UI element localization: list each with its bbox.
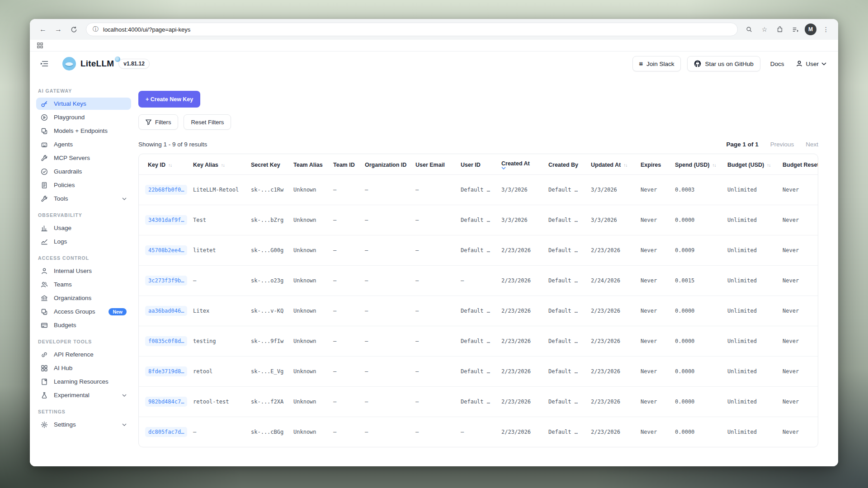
table-row[interactable]: 34301daf9f…Testsk-...bZrgUnknown–––Defau… [139, 205, 818, 235]
column-header-budget-usd[interactable]: Budget (USD)↑↓ [724, 154, 779, 175]
sort-icon[interactable]: ↑↓ [221, 163, 225, 168]
table-cell: – [330, 417, 361, 447]
app-header: LiteLLM v1.81.12 ⌗ Join Slack Star us on… [30, 52, 838, 76]
table-cell: 2/23/2026 [498, 266, 545, 296]
sidebar-item-policies[interactable]: Policies [36, 179, 131, 191]
join-slack-button[interactable]: ⌗ Join Slack [632, 56, 681, 71]
key-id-cell[interactable]: dc805fac7d… [139, 417, 189, 447]
sidebar-item-access-groups[interactable]: Access GroupsNew [36, 305, 131, 318]
table-row[interactable]: 22b68fb0f0…LiteLLM-Retoolsk-...c1RwUnkno… [139, 175, 818, 205]
sidebar-item-logs[interactable]: Logs [36, 235, 131, 248]
key-id-cell[interactable]: f0835c0f8d… [139, 326, 189, 357]
sidebar-item-settings[interactable]: Settings [36, 418, 131, 431]
column-header-spend-usd[interactable]: Spend (USD)↑↓ [671, 154, 724, 175]
sidebar-item-learning-resources[interactable]: Learning Resources [36, 375, 131, 388]
key-id-link[interactable]: 34301daf9f… [145, 215, 187, 225]
sidebar-item-organizations[interactable]: Organizations [36, 292, 131, 304]
table-cell: Never [637, 175, 671, 205]
sort-icon[interactable]: ↑↓ [168, 163, 172, 168]
key-id-link[interactable]: 22b68fb0f0… [145, 185, 187, 195]
sidebar-item-guardrails[interactable]: Guardrails [36, 165, 131, 178]
forward-icon[interactable]: → [52, 23, 65, 36]
sort-icon[interactable]: ↑↓ [767, 163, 770, 168]
table-cell: Default … [457, 326, 498, 357]
sidebar-item-ai-hub[interactable]: AI Hub [36, 362, 131, 374]
table-row[interactable]: aa36bad046…Litexsk-...v-KQUnknown–––Defa… [139, 296, 818, 326]
column-header-team-id: Team ID [330, 154, 361, 175]
table-row[interactable]: 45708b2ee4…litetetsk-...G00gUnknown–––De… [139, 235, 818, 266]
create-new-key-button[interactable]: + Create New Key [138, 91, 200, 108]
sort-icon[interactable]: ↑↓ [712, 163, 716, 168]
sidebar-toggle-icon[interactable] [38, 57, 51, 70]
key-id-link[interactable]: 8fde3719d8… [145, 366, 187, 376]
profile-avatar[interactable]: M [805, 23, 816, 35]
key-id-cell[interactable]: 982bd484c7… [139, 387, 189, 417]
key-id-link[interactable]: 45708b2ee4… [145, 245, 187, 255]
key-id-link[interactable]: 3c273f3f9b… [145, 276, 187, 286]
docs-link[interactable]: Docs [770, 61, 784, 67]
column-header-secret-key: Secret Key [247, 154, 290, 175]
address-bar[interactable]: ⓘ localhost:4000/ui/?page=api-keys [86, 23, 738, 36]
sidebar-item-teams[interactable]: Teams [36, 278, 131, 291]
table-row[interactable]: 3c273f3f9b…–sk-...o23gUnknown––––2/23/20… [139, 266, 818, 296]
table-cell: sk-...v-KQ [247, 296, 290, 326]
column-header-key-id[interactable]: Key ID↑↓ [139, 154, 189, 175]
reading-list-icon[interactable] [789, 23, 801, 35]
reset-filters-button[interactable]: Reset Filters [184, 114, 231, 130]
column-header-key-alias[interactable]: Key Alias↑↓ [189, 154, 247, 175]
next-page-button[interactable]: Next [806, 141, 818, 148]
apps-grid-icon[interactable] [37, 42, 43, 48]
bookmark-star-icon[interactable]: ☆ [759, 23, 770, 35]
key-id-cell[interactable]: 45708b2ee4… [139, 235, 189, 266]
table-cell: 0.0009 [671, 235, 724, 266]
sidebar-item-api-reference[interactable]: API Reference [36, 348, 131, 361]
key-id-cell[interactable]: 34301daf9f… [139, 205, 189, 235]
star-github-button[interactable]: Star us on GitHub [687, 56, 760, 71]
sidebar-item-internal-users[interactable]: Internal Users [36, 265, 131, 277]
zoom-icon[interactable] [743, 23, 755, 35]
sidebar-item-experimental[interactable]: Experimental [36, 389, 131, 401]
reload-icon[interactable] [67, 23, 80, 36]
table-cell: 2/23/2026 [498, 235, 545, 266]
key-id-cell[interactable]: aa36bad046… [139, 296, 189, 326]
sort-icon[interactable]: ↑↓ [623, 163, 627, 168]
table-row[interactable]: 982bd484c7…retool-testsk-...f2XAUnknown–… [139, 387, 818, 417]
key-id-link[interactable]: dc805fac7d… [145, 427, 187, 437]
filter-row: Filters Reset Filters [138, 114, 818, 130]
key-id-link[interactable]: f0835c0f8d… [145, 336, 187, 346]
table-cell: – [361, 266, 412, 296]
bank-icon [41, 295, 48, 302]
extensions-icon[interactable] [774, 23, 786, 35]
sidebar-item-models-endpoints[interactable]: Models + Endpoints [36, 125, 131, 137]
user-menu[interactable]: User [796, 60, 826, 67]
table-cell: 2/23/2026 [587, 235, 637, 266]
sidebar-item-budgets[interactable]: Budgets [36, 319, 131, 331]
key-id-cell[interactable]: 8fde3719d8… [139, 357, 189, 387]
key-id-link[interactable]: aa36bad046… [145, 306, 187, 316]
person-icon [41, 267, 48, 275]
key-id-cell[interactable]: 22b68fb0f0… [139, 175, 189, 205]
browser-actions: ☆ M ⋮ [743, 23, 832, 35]
sidebar-item-agents[interactable]: Agents [36, 138, 131, 150]
sort-desc-icon[interactable] [501, 167, 541, 169]
column-header-updated-at[interactable]: Updated At↑↓ [587, 154, 637, 175]
sidebar-item-mcp-servers[interactable]: MCP Servers [36, 152, 131, 164]
table-cell: Default … [457, 296, 498, 326]
site-info-icon[interactable]: ⓘ [93, 25, 99, 33]
previous-page-button[interactable]: Previous [770, 141, 794, 148]
table-cell: Default … [545, 175, 587, 205]
menu-dots-icon[interactable]: ⋮ [820, 23, 832, 35]
table-row[interactable]: f0835c0f8d…testingsk-...9fIwUnknown–––De… [139, 326, 818, 357]
sidebar-item-tools[interactable]: Tools [36, 192, 131, 205]
table-row[interactable]: dc805fac7d…–sk-...cBGgUnknown––––2/23/20… [139, 417, 818, 447]
sidebar-item-usage[interactable]: Usage [36, 222, 131, 234]
sidebar-item-virtual-keys[interactable]: Virtual Keys [36, 98, 131, 110]
column-header-created-at[interactable]: Created At [498, 154, 545, 175]
back-icon[interactable]: ← [36, 23, 50, 36]
filters-button[interactable]: Filters [138, 114, 178, 130]
key-id-link[interactable]: 982bd484c7… [145, 397, 187, 407]
key-id-cell[interactable]: 3c273f3f9b… [139, 266, 189, 296]
table-row[interactable]: 8fde3719d8…retoolsk-...E_VgUnknown–––Def… [139, 357, 818, 387]
sidebar-item-playground[interactable]: Playground [36, 111, 131, 123]
table-cell: Never [637, 205, 671, 235]
